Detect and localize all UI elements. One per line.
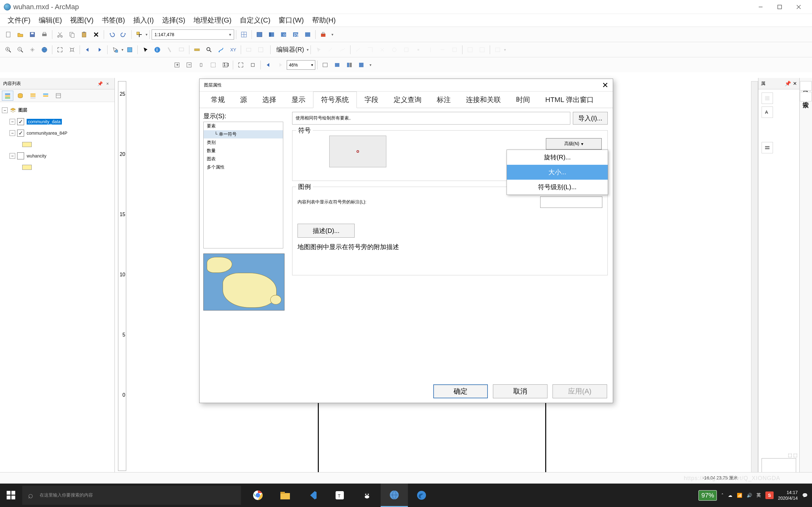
scrollbar-vertical[interactable] [751, 81, 758, 476]
show-category[interactable]: 多个属性 [204, 163, 283, 171]
menu-item[interactable]: 帮助(H) [309, 14, 339, 26]
menu-item[interactable]: 书签(B) [99, 14, 128, 26]
minimize-button[interactable] [751, 1, 770, 13]
layer-row[interactable]: −wuhancity [2, 150, 113, 162]
show-subcategory[interactable]: └ 单一符号 [204, 130, 283, 138]
fixed-zoom-out-icon[interactable] [66, 44, 78, 55]
dropdown-layout-icon[interactable]: ▾ [368, 59, 373, 71]
dialog-tab[interactable]: 符号系统 [313, 92, 357, 108]
menu-item[interactable]: 视图(V) [67, 14, 96, 26]
dialog-tab[interactable]: 源 [233, 92, 255, 108]
start-button[interactable] [0, 484, 22, 507]
fixed-zoom-in-icon[interactable] [54, 44, 66, 55]
menu-item[interactable]: 选择(S) [159, 14, 189, 26]
change-layout-icon[interactable] [344, 59, 355, 71]
full-extent-icon[interactable] [39, 44, 50, 55]
dialog-tab[interactable]: 显示 [284, 92, 313, 108]
advanced-button[interactable]: 高级(N)▾ [546, 138, 602, 150]
redo-icon[interactable] [118, 29, 130, 40]
list-by-drawing-icon[interactable] [2, 91, 13, 101]
clear-selection-icon[interactable] [124, 44, 136, 55]
attr-btn2-icon[interactable]: A [762, 107, 773, 118]
show-list[interactable]: 要素└ 单一符号类别数量图表多个属性 [203, 122, 283, 248]
import-button[interactable]: 导入(I)... [573, 112, 608, 124]
show-category[interactable]: 数量 [204, 147, 283, 155]
editor-toolbar-icon[interactable] [238, 29, 250, 40]
dialog-tab[interactable]: 定义查询 [386, 92, 429, 108]
wifi-icon[interactable]: 📶 [737, 493, 742, 498]
catalog-icon[interactable] [266, 29, 277, 40]
delete-icon[interactable] [90, 29, 102, 40]
pointer-icon[interactable] [140, 44, 151, 55]
menu-item[interactable]: 插入(I) [130, 14, 157, 26]
dialog-tab[interactable]: 时间 [508, 92, 538, 108]
typora-icon[interactable]: T [326, 484, 353, 507]
scale-select[interactable]: 1:147,478▾ [152, 30, 234, 40]
prev-extent-icon[interactable] [82, 44, 93, 55]
dialog-tab[interactable]: HTML 弹出窗口 [538, 92, 601, 108]
chrome-icon[interactable] [244, 484, 271, 507]
explorer-icon[interactable] [271, 484, 299, 507]
vscode-icon[interactable] [299, 484, 326, 507]
layout-fixed-in-icon[interactable] [235, 59, 247, 71]
copy-icon[interactable] [66, 29, 78, 40]
layout-whole-icon[interactable] [207, 59, 219, 71]
menu-item[interactable]: 编辑(E) [36, 14, 65, 26]
layer-checkbox[interactable] [17, 130, 24, 136]
volume-icon[interactable]: 🔊 [747, 493, 752, 498]
battery-icon[interactable]: 97% [699, 490, 717, 501]
tree-root[interactable]: − 图层 [2, 105, 113, 116]
layout-zoom-in-icon[interactable]: + [171, 59, 183, 71]
open-icon[interactable] [14, 29, 26, 40]
catalog-tab[interactable]: 目录 [800, 81, 812, 91]
toc-label-input[interactable] [540, 196, 602, 208]
qq-icon[interactable] [353, 484, 380, 507]
toggle-draft-icon[interactable] [319, 59, 331, 71]
collapse-icon[interactable]: − [9, 119, 15, 124]
select-features-icon[interactable] [109, 44, 121, 55]
window-icon[interactable] [254, 29, 265, 40]
goto-xy-icon[interactable]: XY [227, 44, 239, 55]
list-by-source-icon[interactable] [14, 91, 26, 101]
menu-item[interactable]: 地理处理(G) [190, 14, 235, 26]
apply-button[interactable]: 应用(A) [553, 384, 607, 398]
adv-menu-item[interactable]: 符号级别(L)... [507, 180, 608, 194]
identify-icon[interactable]: i [152, 44, 163, 55]
list-by-visibility-icon[interactable] [27, 91, 39, 101]
edge-icon[interactable] [408, 484, 435, 507]
layout-zoom-out-icon[interactable]: − [183, 59, 195, 71]
add-data-icon[interactable] [134, 29, 145, 40]
notifications-icon[interactable]: 💬 [802, 493, 808, 498]
dialog-close-icon[interactable]: ✕ [602, 81, 608, 90]
zoom-in-icon[interactable] [3, 44, 14, 55]
close-button[interactable] [789, 1, 808, 13]
layout-prev-icon[interactable] [263, 59, 274, 71]
new-icon[interactable] [3, 29, 14, 40]
list-by-selection-icon[interactable] [40, 91, 51, 101]
ime-indicator[interactable]: 英 [757, 493, 761, 498]
onedrive-icon[interactable]: ☁ [728, 493, 732, 498]
attr-btn3-icon[interactable] [762, 142, 773, 153]
modelbuilder-icon[interactable] [302, 29, 313, 40]
dialog-tab[interactable]: 选择 [255, 92, 284, 108]
measure-icon[interactable] [191, 44, 203, 55]
dialog-tab[interactable]: 连接和关联 [458, 92, 508, 108]
maximize-button[interactable] [770, 1, 789, 13]
menu-item[interactable]: 自定义(C) [237, 14, 274, 26]
adv-menu-item[interactable]: 大小... [507, 165, 608, 180]
pin-icon[interactable]: 📌 [96, 81, 104, 86]
undo-icon[interactable] [106, 29, 117, 40]
collapse-icon[interactable]: − [9, 153, 15, 159]
pan-icon[interactable] [27, 44, 38, 55]
tray-up-icon[interactable]: ˄ [721, 493, 723, 498]
find-icon[interactable] [203, 44, 215, 55]
focus-frame-icon[interactable] [332, 59, 343, 71]
close-icon[interactable]: × [793, 80, 797, 87]
layout-pan-icon[interactable] [195, 59, 207, 71]
description-button[interactable]: 描述(D)... [298, 224, 355, 238]
attr-btn1-icon[interactable] [762, 93, 773, 104]
dropdown-icon[interactable]: ▾ [329, 29, 335, 40]
ok-button[interactable]: 确定 [433, 384, 488, 398]
cut-icon[interactable] [54, 29, 66, 40]
show-category[interactable]: 图表 [204, 155, 283, 163]
